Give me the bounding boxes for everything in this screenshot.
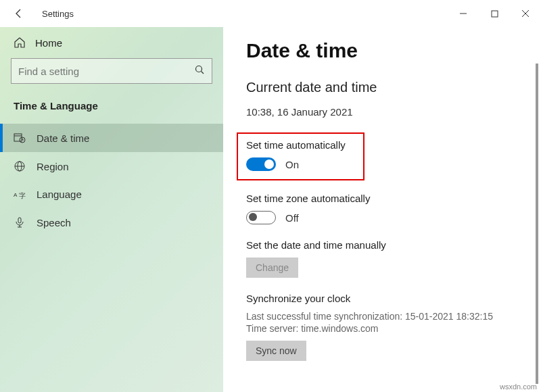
- sync-label: Synchronize your clock: [246, 293, 521, 304]
- settings-window: Settings Home Time & Language: [0, 0, 541, 392]
- highlight-box: Set time automatically On: [237, 132, 364, 180]
- clock-calendar-icon: [14, 132, 26, 144]
- maximize-icon: [491, 10, 498, 18]
- sync-block: Synchronize your clock Last successful t…: [246, 293, 521, 361]
- set-tz-auto-block: Set time zone automatically Off: [246, 193, 521, 224]
- back-button[interactable]: [14, 8, 27, 19]
- manual-block: Set the date and time manually Change: [246, 239, 521, 278]
- watermark: wsxdn.com: [500, 383, 537, 391]
- page-title: Date & time: [246, 39, 521, 62]
- set-time-auto-label: Set time automatically: [246, 139, 346, 151]
- nav-item-label: Region: [37, 161, 69, 172]
- nav-item-language[interactable]: A字 Language: [0, 180, 223, 208]
- search-input[interactable]: [18, 66, 194, 77]
- home-icon: [14, 36, 26, 49]
- close-button[interactable]: [510, 0, 541, 27]
- nav-item-label: Date & time: [37, 132, 89, 144]
- body: Home Time & Language Date & time Region: [0, 27, 541, 392]
- minimize-button[interactable]: [448, 0, 479, 27]
- scrollbar[interactable]: [536, 64, 538, 384]
- section-heading-current: Current date and time: [246, 80, 521, 95]
- svg-text:字: 字: [19, 192, 26, 199]
- globe-icon: [14, 160, 26, 172]
- set-tz-auto-state: Off: [285, 212, 299, 224]
- microphone-icon: [14, 216, 26, 228]
- main-content: Date & time Current date and time 10:38,…: [223, 27, 541, 392]
- nav-item-date-time[interactable]: Date & time: [0, 124, 223, 152]
- nav-item-region[interactable]: Region: [0, 152, 223, 180]
- titlebar: Settings: [0, 0, 541, 27]
- nav-item-label: Language: [37, 189, 82, 200]
- current-datetime: 10:38, 16 January 2021: [246, 106, 521, 118]
- maximize-button[interactable]: [479, 0, 510, 27]
- svg-point-4: [196, 66, 202, 72]
- sync-last: Last successful time synchronization: 15…: [246, 311, 521, 322]
- close-icon: [521, 9, 530, 18]
- set-tz-auto-label: Set time zone automatically: [246, 193, 521, 204]
- window-controls: [448, 0, 541, 27]
- app-title: Settings: [27, 9, 74, 19]
- svg-line-5: [202, 72, 204, 74]
- search-box[interactable]: [11, 58, 212, 84]
- svg-rect-1: [492, 11, 498, 17]
- sync-now-button[interactable]: Sync now: [246, 341, 306, 361]
- home-nav[interactable]: Home: [0, 27, 223, 58]
- nav-group-title: Time & Language: [0, 84, 223, 124]
- search-icon: [194, 64, 205, 78]
- svg-text:A: A: [14, 191, 18, 197]
- language-icon: A字: [14, 189, 26, 200]
- nav-item-label: Speech: [37, 217, 71, 228]
- change-button[interactable]: Change: [246, 258, 298, 278]
- arrow-left-icon: [14, 8, 24, 19]
- set-tz-auto-toggle[interactable]: [246, 211, 276, 224]
- manual-label: Set the date and time manually: [246, 239, 521, 251]
- set-time-auto-toggle[interactable]: [246, 157, 276, 171]
- sidebar: Home Time & Language Date & time Region: [0, 27, 223, 392]
- minimize-icon: [459, 9, 467, 18]
- svg-rect-16: [18, 218, 21, 223]
- home-label: Home: [35, 37, 62, 49]
- set-time-auto-state: On: [285, 159, 299, 170]
- nav-item-speech[interactable]: Speech: [0, 208, 223, 237]
- sync-server: Time server: time.windows.com: [246, 323, 521, 334]
